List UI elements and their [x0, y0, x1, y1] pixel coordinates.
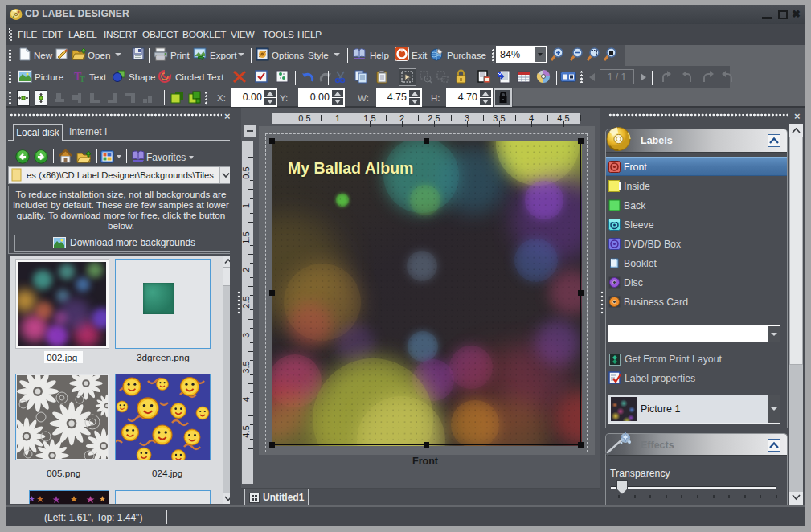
svg-text:T: T	[80, 75, 85, 83]
